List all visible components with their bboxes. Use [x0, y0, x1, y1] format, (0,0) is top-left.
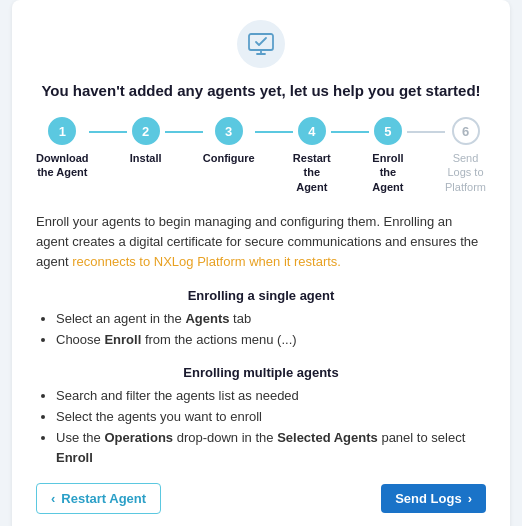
page-title: You haven't added any agents yet, let us…	[36, 80, 486, 101]
connector-4-5	[331, 131, 369, 133]
step-label-4: Restart the Agent	[293, 151, 331, 194]
step-circle-1: 1	[48, 117, 76, 145]
multiple-agents-title: Enrolling multiple agents	[36, 365, 486, 380]
chevron-left-icon: ‹	[51, 491, 55, 506]
step-label-3: Configure	[203, 151, 255, 165]
highlight-text: reconnects to NXLog Platform when it res…	[72, 254, 341, 269]
steps-container: 1 Download the Agent 2 Install 3 Configu…	[36, 117, 486, 194]
step-circle-5: 5	[374, 117, 402, 145]
description-text: Enroll your agents to begin managing and…	[36, 212, 486, 272]
step-label-1: Download the Agent	[36, 151, 89, 180]
multiple-agent-item-2: Select the agents you want to enroll	[56, 407, 486, 428]
connector-2-3	[165, 131, 203, 133]
single-agent-title: Enrolling a single agent	[36, 288, 486, 303]
step-2: 2 Install	[127, 117, 165, 165]
step-circle-2: 2	[132, 117, 160, 145]
step-circle-4: 4	[298, 117, 326, 145]
multiple-agent-item-1: Search and filter the agents list as nee…	[56, 386, 486, 407]
connector-5-6	[407, 131, 445, 133]
step-1: 1 Download the Agent	[36, 117, 89, 180]
multiple-agent-item-3: Use the Operations drop-down in the Sele…	[56, 428, 486, 470]
monitor-svg	[248, 33, 274, 55]
connector-3-4	[255, 131, 293, 133]
monitor-icon	[237, 20, 285, 68]
footer: ‹ Restart Agent Send Logs ›	[36, 483, 486, 514]
restart-agent-label: Restart Agent	[61, 491, 146, 506]
restart-agent-button[interactable]: ‹ Restart Agent	[36, 483, 161, 514]
step-3: 3 Configure	[203, 117, 255, 165]
step-circle-3: 3	[215, 117, 243, 145]
step-label-6: Send Logs to Platform	[445, 151, 486, 194]
step-circle-6: 6	[452, 117, 480, 145]
send-logs-button[interactable]: Send Logs ›	[381, 484, 486, 513]
send-logs-label: Send Logs	[395, 491, 461, 506]
icon-area	[36, 20, 486, 68]
single-agent-item-2: Choose Enroll from the actions menu (...…	[56, 330, 486, 351]
single-agent-list: Select an agent in the Agents tab Choose…	[36, 309, 486, 351]
single-agent-item-1: Select an agent in the Agents tab	[56, 309, 486, 330]
step-label-5: Enroll the Agent	[369, 151, 407, 194]
step-5: 5 Enroll the Agent	[369, 117, 407, 194]
chevron-right-icon: ›	[468, 491, 472, 506]
step-label-2: Install	[130, 151, 162, 165]
step-4: 4 Restart the Agent	[293, 117, 331, 194]
connector-1-2	[89, 131, 127, 133]
main-card: You haven't added any agents yet, let us…	[12, 0, 510, 526]
step-6: 6 Send Logs to Platform	[445, 117, 486, 194]
multiple-agents-list: Search and filter the agents list as nee…	[36, 386, 486, 469]
